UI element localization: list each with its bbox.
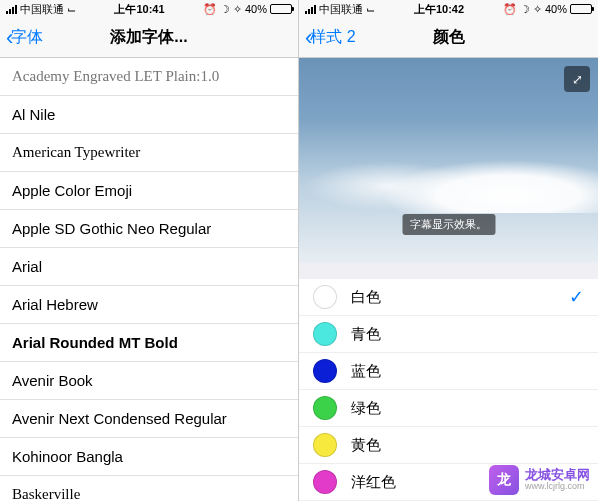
back-button[interactable]: ‹ 样式 2	[305, 25, 356, 51]
carrier-label: 中国联通	[319, 2, 363, 17]
font-row[interactable]: American Typewriter	[0, 134, 298, 172]
signal-icon	[6, 5, 17, 14]
font-row[interactable]: Apple Color Emoji	[0, 172, 298, 210]
back-label: 样式 2	[310, 27, 355, 48]
font-row[interactable]: Baskerville	[0, 476, 298, 501]
color-swatch	[313, 359, 337, 383]
color-section: 白色✓青色蓝色绿色黄色洋红色红色	[299, 263, 598, 501]
wifi-icon: ⌙	[366, 3, 375, 16]
bluetooth-icon: ✧	[533, 3, 542, 16]
expand-icon: ⤢	[572, 72, 583, 87]
do-not-disturb-icon: ☽	[520, 3, 530, 16]
wifi-icon: ⌙	[67, 3, 76, 16]
color-swatch	[313, 433, 337, 457]
color-swatch	[313, 285, 337, 309]
battery-icon	[570, 4, 592, 14]
font-row[interactable]: Academy Engraved LET Plain:1.0	[0, 58, 298, 96]
alarm-icon: ⏰	[503, 3, 517, 16]
color-label: 绿色	[351, 399, 381, 418]
page-title: 添加字体...	[110, 27, 187, 48]
checkmark-icon: ✓	[569, 286, 584, 308]
status-bar: 中国联通 ⌙ 上午10:41 ⏰ ☽ ✧ 40%	[0, 0, 298, 18]
color-swatch	[313, 470, 337, 494]
color-row[interactable]: 白色✓	[299, 279, 598, 316]
font-row[interactable]: Kohinoor Bangla	[0, 438, 298, 476]
do-not-disturb-icon: ☽	[220, 3, 230, 16]
battery-percent: 40%	[245, 3, 267, 15]
color-swatch	[313, 396, 337, 420]
color-row[interactable]: 洋红色	[299, 464, 598, 501]
status-time: 上午10:41	[114, 2, 164, 17]
color-label: 蓝色	[351, 362, 381, 381]
color-row[interactable]: 青色	[299, 316, 598, 353]
color-row[interactable]: 蓝色	[299, 353, 598, 390]
bluetooth-icon: ✧	[233, 3, 242, 16]
font-row[interactable]: Avenir Next Condensed Regular	[0, 400, 298, 438]
font-row[interactable]: Arial Hebrew	[0, 286, 298, 324]
font-row[interactable]: Arial Rounded MT Bold	[0, 324, 298, 362]
font-row[interactable]: Avenir Book	[0, 362, 298, 400]
nav-bar: ‹ 样式 2 颜色	[299, 18, 598, 58]
font-row[interactable]: Al Nile	[0, 96, 298, 134]
battery-percent: 40%	[545, 3, 567, 15]
font-row[interactable]: Arial	[0, 248, 298, 286]
alarm-icon: ⏰	[203, 3, 217, 16]
color-label: 白色	[351, 288, 381, 307]
color-row[interactable]: 黄色	[299, 427, 598, 464]
font-row[interactable]: Apple SD Gothic Neo Regular	[0, 210, 298, 248]
status-time: 上午10:42	[414, 2, 464, 17]
video-preview: ⤢ 字幕显示效果。	[299, 58, 598, 263]
color-label: 青色	[351, 325, 381, 344]
expand-button[interactable]: ⤢	[564, 66, 590, 92]
signal-icon	[305, 5, 316, 14]
font-list: Academy Engraved LET Plain:1.0Al NileAme…	[0, 58, 298, 501]
color-swatch	[313, 322, 337, 346]
back-button[interactable]: ‹ 字体	[6, 25, 43, 51]
carrier-label: 中国联通	[20, 2, 64, 17]
color-label: 黄色	[351, 436, 381, 455]
color-list: 白色✓青色蓝色绿色黄色洋红色红色	[299, 279, 598, 501]
cloud-graphic	[299, 123, 598, 213]
page-title: 颜色	[433, 27, 465, 48]
status-bar: 中国联通 ⌙ 上午10:42 ⏰ ☽ ✧ 40%	[299, 0, 598, 18]
color-label: 洋红色	[351, 473, 396, 492]
subtitle-preview: 字幕显示效果。	[402, 214, 495, 235]
color-row[interactable]: 绿色	[299, 390, 598, 427]
back-label: 字体	[11, 27, 43, 48]
font-picker-screen: 中国联通 ⌙ 上午10:41 ⏰ ☽ ✧ 40% ‹ 字体 添加字体... Ac…	[0, 0, 299, 501]
color-picker-screen: 中国联通 ⌙ 上午10:42 ⏰ ☽ ✧ 40% ‹ 样式 2 颜色 ⤢	[299, 0, 598, 501]
nav-bar: ‹ 字体 添加字体...	[0, 18, 298, 58]
battery-icon	[270, 4, 292, 14]
